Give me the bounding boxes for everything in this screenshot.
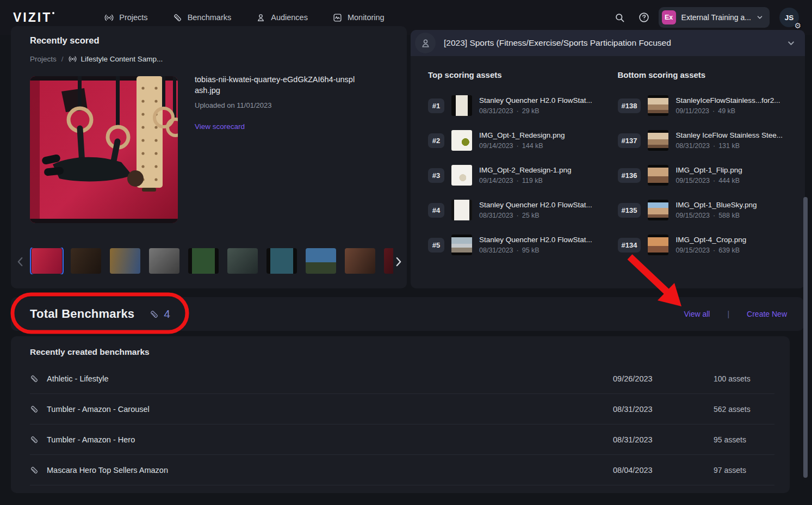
benchmark-row[interactable]: Athletic - Lifestyle 09/26/2023 100 asse… (30, 364, 774, 394)
nav-right: Ex External Training a... JS ⚙ (611, 7, 799, 28)
chevron-down-icon (757, 14, 763, 21)
meta-dot: · (517, 212, 519, 219)
nav-item-projects[interactable]: Projects (104, 13, 147, 22)
scored-asset-row[interactable]: #134 IMG_Opt-4_Crop.png 09/15/2023 · 639… (618, 227, 791, 262)
asset-thumbnail (648, 95, 668, 116)
carousel-thumbnail[interactable] (149, 248, 179, 274)
scored-asset-row[interactable]: #2 IMG_Opt-1_Redesign.png 09/14/2023 · 1… (428, 123, 602, 158)
recent-benchmarks-panel: Recently created benchmarks Athletic - L… (11, 336, 790, 493)
asset-filename: tobias-nii-kwatei-quartey-eGdGkZAI6h4-un… (195, 74, 358, 96)
view-scorecard-link[interactable]: View scorecard (195, 122, 363, 131)
audience-selector[interactable]: [2023] Sports (Fitness/Exercise/Sports P… (411, 30, 805, 56)
asset-name: Stanley IceFlow Stainless Stee... (675, 131, 783, 139)
benchmarks-count: 4 (164, 307, 170, 321)
scored-asset-row[interactable]: #135 IMG_Opt-1_BlueSky.png 09/15/2023 · … (618, 193, 791, 227)
asset-meta: 08/31/2023 · 131 kB (675, 142, 783, 150)
carousel-thumbnail[interactable] (32, 248, 62, 274)
create-new-link[interactable]: Create New (747, 310, 787, 318)
asset-size: 444 kB (718, 177, 740, 184)
asset-meta: 09/15/2023 · 639 kB (675, 247, 746, 254)
rank-badge: #134 (618, 238, 641, 253)
ruler-icon (30, 405, 39, 414)
asset-date: 09/11/2023 (675, 107, 709, 115)
benchmark-row[interactable]: Tumbler - Amazon - Hero 08/31/2023 95 as… (30, 424, 774, 455)
asset-size: 29 kB (522, 107, 540, 115)
carousel-thumbnail[interactable] (384, 248, 393, 274)
asset-name: Stanley Quencher H2.0 FlowStat... (479, 236, 592, 244)
asset-date: 09/14/2023 (479, 142, 513, 150)
scored-asset-row[interactable]: #136 IMG_Opt-1_Flip.png 09/15/2023 · 444… (618, 158, 791, 193)
ruler-icon (30, 466, 39, 475)
asset-date: 08/31/2023 (479, 107, 513, 115)
scored-asset-row[interactable]: #4 Stanley Quencher H2.0 FlowStat... 08/… (428, 193, 602, 227)
rank-badge: #137 (618, 133, 641, 148)
person-icon (256, 13, 265, 22)
benchmark-name: Tumbler - Amazon - Hero (47, 435, 135, 444)
rank-badge: #2 (428, 133, 444, 148)
asset-name: IMG_Opt-1_Redesign.png (479, 131, 565, 139)
audience-person-icon (415, 33, 436, 53)
asset-size: 639 kB (718, 247, 740, 254)
asset-size: 144 kB (522, 142, 543, 150)
benchmark-row[interactable]: Mascara Hero Top Sellers Amazon 08/04/20… (30, 455, 774, 485)
asset-date: 08/31/2023 (479, 247, 513, 254)
asset-size: 588 kB (718, 212, 740, 219)
asset-thumbnail (648, 235, 668, 255)
gear-icon: ⚙ (794, 21, 801, 30)
scored-asset-row[interactable]: #138 StanleyIceFlowStainless...for2... 0… (618, 88, 791, 123)
asset-thumbnail (451, 235, 472, 255)
asset-name: IMG_Opt-1_Flip.png (675, 166, 742, 174)
asset-uploaded-date: Uploaded on 11/01/2023 (195, 101, 363, 109)
scored-asset-row[interactable]: #3 IMG_Opt-2_Redesign-1.png 09/14/2023 ·… (428, 158, 602, 193)
nav-item-benchmarks[interactable]: Benchmarks (173, 13, 232, 22)
asset-thumbnail (648, 165, 668, 186)
rank-badge: #136 (618, 168, 641, 183)
carousel-thumbnail[interactable] (71, 248, 101, 274)
nav-item-audiences[interactable]: Audiences (256, 13, 308, 22)
carousel-next-icon[interactable] (395, 257, 402, 267)
asset-name: IMG_Opt-4_Crop.png (675, 236, 746, 244)
carousel-prev-icon[interactable] (16, 257, 24, 267)
asset-info: tobias-nii-kwatei-quartey-eGdGkZAI6h4-un… (195, 74, 363, 131)
user-menu[interactable]: JS ⚙ (779, 8, 799, 27)
asset-name: IMG_Opt-2_Redesign-1.png (479, 166, 572, 174)
nav-item-monitoring[interactable]: Monitoring (333, 13, 385, 22)
carousel-thumbnail[interactable] (345, 248, 375, 274)
logo-text: VIZIT (13, 10, 52, 25)
broadcast-icon (104, 13, 114, 22)
carousel-thumbnail[interactable] (266, 248, 297, 274)
asset-size: 95 kB (522, 247, 540, 254)
scored-asset-row[interactable]: #1 Stanley Quencher H2.0 FlowStat... 08/… (428, 88, 602, 123)
asset-meta: 09/14/2023 · 144 kB (479, 142, 565, 150)
rank-badge: #5 (428, 238, 444, 253)
benchmark-row[interactable]: Tumbler - Amazon - Carousel 08/31/2023 5… (30, 394, 774, 424)
help-icon[interactable] (635, 8, 653, 27)
scored-asset-row[interactable]: #137 Stanley IceFlow Stainless Stee... 0… (618, 123, 791, 158)
carousel-thumbnail[interactable] (227, 248, 258, 274)
scored-asset-row[interactable]: #5 Stanley Quencher H2.0 FlowStat... 08/… (428, 227, 602, 262)
benchmark-asset-count: 95 assets (714, 435, 774, 444)
total-benchmarks-title: Total Benchmarks (30, 307, 134, 321)
breadcrumb-project-link[interactable]: Lifestyle Content Samp... (69, 55, 163, 63)
view-all-link[interactable]: View all (684, 310, 710, 318)
broadcast-icon (69, 55, 77, 63)
hero-image[interactable] (30, 76, 178, 223)
asset-thumbnail (648, 130, 668, 151)
search-icon[interactable] (611, 8, 629, 27)
meta-dot: · (517, 177, 519, 184)
thumbnail-carousel (30, 248, 393, 274)
meta-dot: · (713, 177, 715, 184)
carousel-thumbnail[interactable] (110, 248, 140, 274)
monitor-chart-icon (333, 13, 342, 22)
meta-dot: · (713, 212, 715, 219)
asset-meta: 08/31/2023 · 95 kB (479, 247, 592, 254)
breadcrumb-projects-link[interactable]: Projects (30, 55, 57, 63)
benchmark-list: Athletic - Lifestyle 09/26/2023 100 asse… (11, 364, 790, 485)
carousel-thumbnail[interactable] (306, 248, 336, 274)
workspace-selector[interactable]: Ex External Training a... (659, 7, 770, 28)
ruler-icon (173, 13, 182, 22)
page-scrollbar[interactable] (803, 197, 808, 478)
carousel-thumbnail[interactable] (188, 248, 219, 274)
asset-date: 09/15/2023 (675, 212, 710, 219)
vizit-logo[interactable]: VIZIT (13, 10, 54, 25)
